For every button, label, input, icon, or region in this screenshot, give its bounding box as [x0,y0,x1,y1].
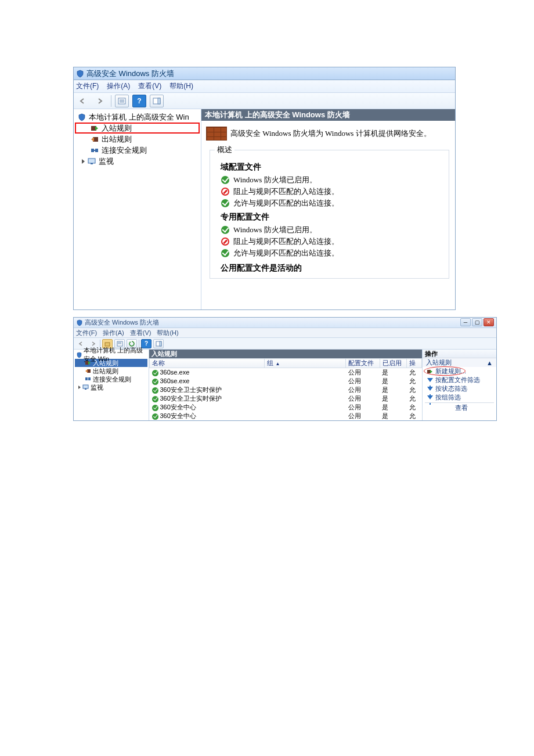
check-icon [152,387,159,394]
inbound-icon [90,124,99,133]
menu-view[interactable]: 查看(V) [138,81,161,91]
domain-line-enabled: Windows 防火墙已启用。 [221,175,443,185]
svg-rect-11 [88,159,95,163]
tree-connsec-label: 连接安全规则 [102,145,147,156]
col-action[interactable]: 操 [407,359,422,368]
rules-header: 入站规则 [149,350,422,358]
action-new-rule[interactable]: 新建规则... [423,367,496,376]
menu-view[interactable]: 查看(V) [130,329,151,337]
titlebar[interactable]: 高级安全 Windows 防火墙 [74,67,455,80]
collapse-icon[interactable]: ▲ [486,359,493,366]
cell-action: 允 [407,386,422,394]
table-row[interactable]: 360se.exe公用是允 [150,377,422,386]
menu-help[interactable]: 帮助(H) [157,329,178,337]
svg-rect-21 [85,377,88,380]
client-area: 本地计算机 上的高级安全 Win 入站规则 出站规则 连接安全规则 监视 入站 [74,350,496,420]
tree-inbound-label: 入站规则 [93,359,118,368]
help-button[interactable]: ? [132,95,146,107]
maximize-button[interactable]: ▢ [472,318,482,326]
tree-monitor[interactable]: 监视 [75,156,200,167]
svg-rect-8 [91,149,94,152]
table-header[interactable]: 名称 组 ▲ 配置文件 已启用 操 [150,359,422,368]
cell-name: 360安全中心 [150,412,265,420]
cell-enabled: 是 [380,403,407,412]
tree-root[interactable]: 本地计算机 上的高级安全 Win [75,111,200,123]
cell-group [265,368,346,377]
check-icon [152,395,159,402]
menu-action[interactable]: 操作(A) [103,329,124,337]
tree-outbound-rules[interactable]: 出站规则 [75,367,147,375]
check-icon [221,249,230,258]
svg-rect-13 [105,343,110,346]
close-button[interactable]: ✕ [484,318,494,326]
tree-outbound-rules[interactable]: 出站规则 [75,134,200,145]
cell-action: 允 [407,368,422,377]
shield-icon [77,113,86,122]
check-icon [221,199,230,208]
col-profile[interactable]: 配置文件 [346,359,380,368]
forward-button[interactable] [93,95,107,107]
table-row[interactable]: 360安全中心公用是允 [150,403,422,412]
domain-line-block: 阻止与规则不匹配的入站连接。 [221,186,443,197]
window-title: 高级安全 Windows 防火墙 [86,69,174,79]
table-row[interactable]: 360安全卫士实时保护公用是允 [150,394,422,403]
tree-outbound-label: 出站规则 [102,134,132,145]
tree-monitor[interactable]: 监视 [75,383,147,391]
overview-content: 域配置文件 Windows 防火墙已启用。 阻止与规则不匹配的入站连接。 允许与… [210,150,449,278]
menu-action[interactable]: 操作(A) [107,81,130,91]
shield-icon [76,351,82,358]
titlebar[interactable]: 高级安全 Windows 防火墙 ─ ▢ ✕ [74,318,496,328]
window-controls: ─ ▢ ✕ [460,318,494,326]
private-block-text: 阻止与规则不匹配的入站连接。 [233,236,339,247]
action-filter-state[interactable]: 按状态筛选 [423,384,496,393]
rules-table[interactable]: 名称 组 ▲ 配置文件 已启用 操 360se.exe公用是允360se.exe… [149,358,422,420]
expand-icon[interactable] [82,159,85,164]
check-icon [221,175,230,185]
table-row[interactable]: 360安全卫士实时保护公用是允 [150,386,422,394]
minimize-button[interactable]: ─ [460,318,471,326]
col-name[interactable]: 名称 [150,359,265,368]
actions-group-header: 入站规则 ▲ [423,358,496,367]
action-filter-profile[interactable]: 按配置文件筛选 [423,376,496,384]
back-button[interactable] [76,95,90,107]
col-group[interactable]: 组 ▲ [265,359,346,368]
funnel-icon [426,377,434,384]
action-view[interactable]: 查看 [423,404,496,412]
shield-icon [76,70,84,78]
menu-file[interactable]: 文件(F) [76,329,97,337]
cell-name: 360安全中心 [150,403,265,412]
expand-icon[interactable] [78,386,81,389]
table-row[interactable]: 360安全中心公用是允 [150,412,422,420]
action-pane-button[interactable] [150,95,164,107]
check-icon [152,369,159,376]
tree-connection-security[interactable]: 连接安全规则 [75,145,200,156]
nav-tree[interactable]: 本地计算机 上的高级安全 Win 入站规则 出站规则 连接安全规则 监视 [74,109,201,309]
menu-help[interactable]: 帮助(H) [169,81,193,91]
action-filter-state-label: 按状态筛选 [435,384,467,393]
shield-icon [76,319,83,326]
separator [425,402,494,403]
action-new-label: 新建规则... [435,367,466,376]
nav-tree[interactable]: 本地计算机 上的高级安全 Win 入站规则 出站规则 连接安全规则 监视 [74,350,149,420]
col-enabled[interactable]: 已启用 [380,359,407,368]
overview-label: 概述 [215,145,234,155]
menu-file[interactable]: 文件(F) [76,81,99,91]
svg-rect-22 [88,377,91,380]
action-filter-group[interactable]: 按组筛选 [423,393,496,402]
action-pane-button[interactable] [153,339,164,348]
tree-inbound-rules[interactable]: 入站规则 [75,123,200,134]
tree-root[interactable]: 本地计算机 上的高级安全 Win [75,351,147,359]
cell-profile: 公用 [346,412,380,420]
banner: 高级安全 Windows 防火墙为 Windows 计算机提供网络安全。 [201,121,455,146]
action-filter-group-label: 按组筛选 [435,393,461,402]
action-view-label: 查看 [455,404,468,412]
content-pane: 本地计算机 上的高级安全 Windows 防火墙 高级安全 Windows 防火… [201,109,455,309]
tree-monitor-label: 监视 [91,383,103,392]
private-line-block: 阻止与规则不匹配的入站连接。 [221,236,443,247]
check-icon [152,378,159,385]
properties-button[interactable] [115,95,129,107]
cell-group [265,386,346,394]
table-row[interactable]: 360se.exe公用是允 [150,368,422,377]
tree-connection-security[interactable]: 连接安全规则 [75,375,147,383]
svg-rect-12 [91,163,93,164]
